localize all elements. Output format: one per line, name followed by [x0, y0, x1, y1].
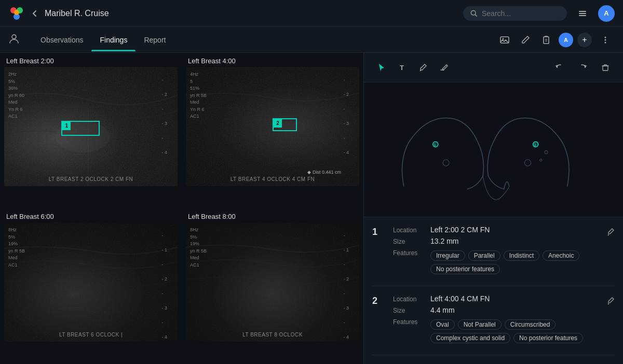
image-title-2: Left Breast 4:00 — [186, 57, 359, 65]
obs-size-label-2: Size — [393, 307, 424, 314]
more-options-button[interactable] — [596, 31, 615, 49]
cursor-tool[interactable] — [372, 58, 391, 77]
svg-text:1: 1 — [434, 143, 436, 147]
search-input[interactable] — [482, 9, 560, 18]
dist-label-2: ◆ Dist 0.441 cm — [307, 170, 341, 175]
obs-edit-button-1[interactable] — [606, 228, 615, 238]
obs-tag-no-posterior: No posterior features — [430, 264, 500, 274]
header-left: Maribel R. Cruise — [8, 5, 109, 22]
image-cell-1[interactable]: Left Breast 2:00 2Hz5%36%yn R 80MedYn R … — [0, 53, 182, 208]
obs-features-row-1: Features Irregular Parallel Indistinct A… — [393, 248, 598, 274]
menu-button[interactable] — [573, 4, 592, 23]
obs-location-row-2: Location Left 4:00 4 CM FN — [393, 295, 598, 303]
sub-header-right: A + — [496, 31, 615, 49]
ultrasound-image-2: 4Hz551%yn R 5BMedYn R 6AC1 2 ◆ Dist 0.44… — [186, 67, 359, 186]
obs-tag-irregular: Irregular — [430, 250, 465, 261]
svg-rect-7 — [579, 15, 586, 16]
obs-size-value-2: 4.4 mm — [430, 306, 455, 314]
text-tool[interactable]: T — [393, 58, 412, 77]
obs-location-label-1: Location — [393, 227, 424, 234]
right-panel: T — [363, 53, 623, 364]
back-button[interactable] — [30, 9, 39, 18]
svg-rect-6 — [579, 13, 586, 14]
edit-icon-2 — [606, 297, 615, 305]
search-bar[interactable] — [463, 6, 567, 21]
obs-location-value-1: Left 2:00 2 CM FN — [430, 226, 490, 234]
tab-report[interactable]: Report — [136, 29, 174, 51]
image-title-4: Left Breast 8:00 — [186, 213, 359, 220]
draw-tools-right — [550, 58, 615, 77]
nav-tabs: Observations Findings Report — [32, 29, 174, 51]
undo-button[interactable] — [550, 58, 569, 77]
tab-findings[interactable]: Findings — [91, 29, 136, 51]
obs-tag-indistinct: Indistinct — [504, 250, 539, 261]
add-button[interactable]: + — [577, 33, 592, 47]
pen-tool[interactable] — [414, 58, 432, 77]
image-cell-3[interactable]: Left Breast 6:00 8Hz5%19%yn R 5BMedAC1 L… — [0, 208, 182, 364]
person-icon[interactable] — [8, 33, 20, 47]
delete-icon — [601, 63, 610, 72]
obs-size-value-1: 13.2 mm — [430, 237, 458, 245]
obs-size-label-1: Size — [393, 238, 424, 245]
undo-icon — [555, 63, 564, 72]
redo-button[interactable] — [573, 58, 592, 77]
us-footer-4: LT BREAST 8 OCLOCK — [242, 332, 303, 338]
patient-name: Maribel R. Cruise — [45, 9, 109, 18]
ultrasound-image-4: 8Hz5%19%yn R 5BMedAC1 LT BREAST 8 OCLOCK… — [186, 222, 359, 342]
obs-tag-circumscribed: Circumscribed — [505, 319, 556, 330]
avatar-add[interactable]: A — [559, 33, 573, 47]
edit-tool-icon[interactable] — [517, 32, 534, 48]
observation-item-2: 2 Location Left 4:00 4 CM FN Size 4.4 mm… — [372, 286, 615, 355]
obs-size-row-2: Size 4.4 mm — [393, 306, 598, 314]
main-content: Left Breast 2:00 2Hz5%36%yn R 80MedYn R … — [0, 53, 623, 364]
svg-rect-11 — [544, 37, 549, 44]
eraser-tool[interactable] — [435, 58, 453, 77]
obs-tag-anechoic: Anechoic — [543, 250, 579, 261]
pen-icon — [418, 63, 428, 72]
svg-point-26 — [524, 160, 531, 166]
user-avatar[interactable]: A — [598, 5, 615, 22]
observation-item-1: 1 Location Left 2:00 2 CM FN Size 13.2 m… — [372, 217, 615, 286]
obs-tag-oval: Oval — [430, 319, 455, 330]
obs-number-1: 1 — [372, 227, 385, 237]
obs-details-2: Location Left 4:00 4 CM FN Size 4.4 mm F… — [393, 295, 598, 346]
svg-rect-21 — [4, 222, 178, 342]
edit-icon-1 — [606, 228, 615, 236]
clipboard-tool-icon[interactable] — [538, 32, 554, 48]
obs-location-row-1: Location Left 2:00 2 CM FN — [393, 226, 598, 234]
obs-location-label-2: Location — [393, 296, 424, 303]
svg-text:T: T — [400, 64, 404, 72]
svg-point-15 — [605, 39, 606, 40]
obs-tags-1: Irregular Parallel Indistinct Anechoic N… — [430, 250, 598, 274]
us-footer-3: LT BREAST 6 OCLOCK | — [59, 332, 123, 338]
obs-tag-no-posterior-2: No posterior features — [513, 333, 583, 343]
ultrasound-image-1: 2Hz5%36%yn R 80MedYn R 6AC1 — [4, 67, 178, 186]
scale-marks-1: - - 2 - - 3 - - 4 — [161, 77, 167, 155]
eraser-icon — [439, 63, 449, 72]
sub-header-left: Observations Findings Report — [8, 29, 174, 51]
svg-point-29 — [540, 159, 542, 161]
svg-rect-5 — [579, 11, 586, 12]
menu-icon — [577, 8, 588, 19]
text-icon: T — [398, 63, 407, 72]
image-cell-2[interactable]: Left Breast 4:00 4Hz551%yn R 5BMedYn R 6… — [182, 53, 363, 208]
obs-features-label-2: Features — [393, 318, 424, 326]
redo-icon — [578, 63, 587, 72]
draw-tools-left: T — [372, 58, 453, 77]
obs-number-2: 2 — [372, 296, 385, 306]
obs-details-1: Location Left 2:00 2 CM FN Size 13.2 mm … — [393, 226, 598, 277]
breast-anatomy-svg: 1 2 — [372, 91, 615, 208]
us-footer-1: LT BREAST 2 OCLOCK 2 CM FN — [49, 176, 133, 182]
image-tool-icon[interactable] — [496, 32, 513, 48]
drawing-tools-bar: T — [364, 53, 623, 82]
scale-marks-2: - - 2 - - 3 - - 4 — [343, 77, 349, 155]
obs-edit-button-2[interactable] — [606, 297, 615, 307]
back-arrow-icon — [30, 9, 39, 18]
delete-button[interactable] — [596, 58, 615, 77]
image-cell-4[interactable]: Left Breast 8:00 8Hz5%19%yn R 5BMedAC1 L… — [182, 208, 363, 364]
us-footer-2: LT BREAST 4 OCLOCK 4 CM FN — [231, 176, 315, 182]
tab-observations[interactable]: Observations — [32, 29, 91, 51]
image-title-3: Left Breast 6:00 — [4, 213, 178, 220]
scale-marks-4: - - 1 - - 2 - - 3 - - 4 — [343, 233, 349, 340]
observations-list: 1 Location Left 2:00 2 CM FN Size 13.2 m… — [364, 217, 623, 364]
